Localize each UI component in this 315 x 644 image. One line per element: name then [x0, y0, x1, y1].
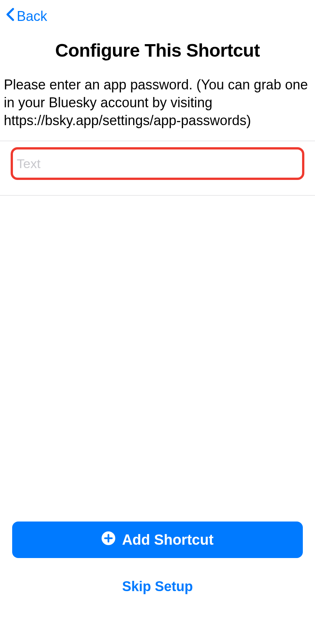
skip-setup-button[interactable]: Skip Setup [12, 579, 303, 595]
page-title: Configure This Shortcut [0, 40, 315, 61]
input-section [0, 141, 315, 196]
plus-circle-icon [102, 531, 115, 549]
back-label: Back [17, 8, 47, 24]
input-highlight [11, 147, 304, 180]
back-button[interactable]: Back [6, 8, 47, 25]
add-shortcut-label: Add Shortcut [122, 532, 214, 548]
app-password-input[interactable] [17, 156, 298, 171]
chevron-left-icon [6, 8, 14, 25]
add-shortcut-button[interactable]: Add Shortcut [12, 522, 303, 558]
description-text: Please enter an app password. (You can g… [0, 76, 315, 141]
